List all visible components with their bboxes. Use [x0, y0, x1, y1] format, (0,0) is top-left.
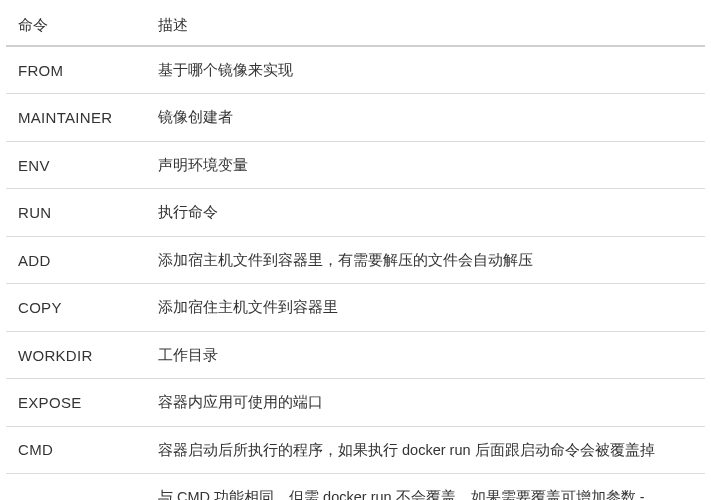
cell-description: 容器启动后所执行的程序，如果执行 docker run 后面跟启动命令会被覆盖掉: [146, 426, 705, 473]
cell-command: ADD: [6, 236, 146, 283]
header-command: 命令: [6, 6, 146, 46]
cell-command: FROM: [6, 46, 146, 94]
dockerfile-commands-table: 命令 描述 FROM基于哪个镜像来实现MAINTAINER镜像创建者ENV声明环…: [6, 6, 705, 500]
cell-description: 执行命令: [146, 189, 705, 236]
cell-description: 基于哪个镜像来实现: [146, 46, 705, 94]
table-row: RUN执行命令: [6, 189, 705, 236]
table-row: WORKDIR工作目录: [6, 331, 705, 378]
cell-description: 添加宿主机文件到容器里，有需要解压的文件会自动解压: [146, 236, 705, 283]
header-description: 描述: [146, 6, 705, 46]
table-row: FROM基于哪个镜像来实现: [6, 46, 705, 94]
cell-description: 添加宿住主机文件到容器里: [146, 284, 705, 331]
cell-command: MAINTAINER: [6, 94, 146, 141]
table-row: MAINTAINER镜像创建者: [6, 94, 705, 141]
table-row: ADD添加宿主机文件到容器里，有需要解压的文件会自动解压: [6, 236, 705, 283]
cell-description: 工作目录: [146, 331, 705, 378]
table-header-row: 命令 描述: [6, 6, 705, 46]
cell-description: 镜像创建者: [146, 94, 705, 141]
cell-command: RUN: [6, 189, 146, 236]
cell-command: COPY: [6, 284, 146, 331]
table-row: EXPOSE容器内应用可使用的端口: [6, 379, 705, 426]
table-row: CMD容器启动后所执行的程序，如果执行 docker run 后面跟启动命令会被…: [6, 426, 705, 473]
table-row: ENTRYPOINT与 CMD 功能相同，但需 docker run 不会覆盖，…: [6, 474, 705, 500]
cell-command: CMD: [6, 426, 146, 473]
cell-description: 声明环境变量: [146, 141, 705, 188]
cell-command: EXPOSE: [6, 379, 146, 426]
cell-command: ENV: [6, 141, 146, 188]
cell-description: 容器内应用可使用的端口: [146, 379, 705, 426]
cell-command: ENTRYPOINT: [6, 474, 146, 500]
table-row: ENV声明环境变量: [6, 141, 705, 188]
cell-command: WORKDIR: [6, 331, 146, 378]
table-row: COPY添加宿住主机文件到容器里: [6, 284, 705, 331]
cell-description: 与 CMD 功能相同，但需 docker run 不会覆盖，如果需要覆盖可增加参…: [146, 474, 705, 500]
